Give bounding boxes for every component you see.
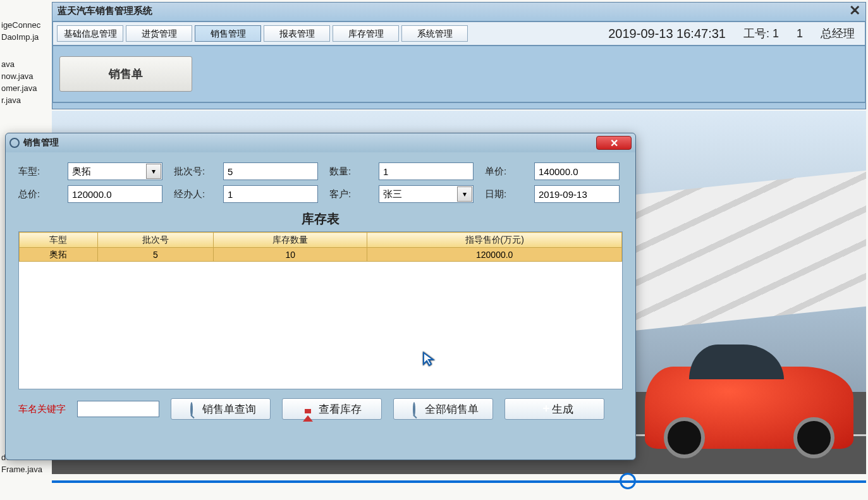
dialog-title-text: 销售管理 — [23, 137, 59, 149]
tab-system[interactable]: 系统管理 — [401, 25, 468, 42]
cell-price: 120000.0 — [367, 248, 622, 262]
timeline-slider-thumb[interactable] — [620, 473, 636, 489]
query-button-label: 销售单查询 — [202, 402, 256, 417]
inventory-table[interactable]: 车型 批次号 库存数量 指导售价(万元) 奥拓 5 10 120000.0 — [18, 231, 623, 389]
tab-report[interactable]: 报表管理 — [264, 25, 330, 42]
label-date: 日期: — [485, 188, 523, 200]
label-batch: 批次号: — [174, 166, 212, 178]
inventory-table-title: 库存表 — [6, 210, 635, 228]
employee-extra: 1 — [797, 27, 803, 40]
label-total: 总价: — [18, 188, 56, 200]
cell-batch: 5 — [97, 248, 213, 262]
file-item[interactable]: now.java — [0, 70, 51, 82]
gear-icon — [9, 138, 20, 148]
search-icon — [413, 402, 415, 417]
sales-dialog: 销售管理 ✕ 车型: ▾ 批次号: 数量: 单价: 总价: 经办人: 客户: ▾ — [5, 133, 636, 460]
label-handler: 经办人: — [174, 188, 212, 200]
view-stock-button[interactable]: 查看库存 — [282, 398, 382, 420]
tab-sales[interactable]: 销售管理 — [195, 25, 261, 42]
file-item[interactable]: r.java — [0, 94, 51, 106]
table-header-row: 车型 批次号 库存数量 指导售价(万元) — [20, 233, 622, 248]
col-batch[interactable]: 批次号 — [97, 233, 213, 248]
label-qty: 数量: — [329, 166, 367, 178]
dialog-titlebar[interactable]: 销售管理 ✕ — [6, 133, 635, 152]
all-orders-label: 全部销售单 — [425, 402, 479, 417]
date-input[interactable] — [534, 185, 620, 203]
employee-id-label: 工号: 1 — [743, 26, 779, 41]
label-price: 单价: — [485, 166, 523, 178]
batch-input[interactable] — [223, 162, 318, 180]
search-icon — [190, 402, 193, 417]
mouse-cursor — [422, 351, 436, 367]
app-title: 蓝天汽车销售管理系统 — [58, 3, 152, 19]
model-select[interactable] — [68, 162, 162, 180]
tab-basic-info[interactable]: 基础信息管理 — [57, 25, 123, 42]
file-item[interactable]: Frame.java — [0, 463, 51, 475]
tab-purchase[interactable]: 进货管理 — [126, 25, 192, 42]
cell-model: 奥拓 — [20, 248, 98, 262]
dialog-button-row: 车名关键字 销售单查询 查看库存 全部销售单 生成 — [6, 389, 635, 429]
col-model[interactable]: 车型 — [20, 233, 98, 248]
main-titlebar[interactable]: 蓝天汽车销售管理系统 ✕ — [52, 3, 865, 19]
query-sales-button[interactable]: 销售单查询 — [171, 398, 271, 420]
table-row[interactable]: 奥拓 5 10 120000.0 — [20, 248, 622, 262]
home-icon — [303, 403, 313, 422]
role-label: 总经理 — [821, 26, 855, 41]
file-item[interactable]: omer.java — [0, 82, 51, 94]
price-input[interactable] — [534, 162, 620, 180]
keyword-input[interactable] — [77, 401, 159, 417]
label-model: 车型: — [18, 166, 56, 178]
col-qty[interactable]: 库存数量 — [214, 233, 367, 248]
label-customer: 客户: — [329, 188, 367, 200]
keyword-label: 车名关键字 — [18, 403, 66, 415]
qty-input[interactable] — [379, 162, 474, 180]
datetime-label: 2019-09-13 16:47:31 — [608, 27, 726, 41]
file-item[interactable]: igeConnec — [0, 19, 51, 31]
close-icon[interactable]: ✕ — [849, 3, 860, 19]
dialog-close-button[interactable]: ✕ — [596, 136, 632, 150]
file-item[interactable]: ava — [0, 58, 51, 70]
total-input[interactable] — [68, 185, 162, 203]
table-empty-area — [19, 262, 622, 388]
car-image — [645, 367, 853, 449]
all-orders-button[interactable]: 全部销售单 — [393, 398, 493, 420]
generate-label: 生成 — [552, 402, 573, 417]
tab-inventory[interactable]: 库存管理 — [333, 25, 399, 42]
cell-qty: 10 — [214, 248, 367, 262]
generate-button[interactable]: 生成 — [504, 398, 604, 420]
handler-input[interactable] — [223, 185, 318, 203]
sub-toolbar: 销售单 — [52, 46, 866, 103]
menu-bar: 基础信息管理 进货管理 销售管理 报表管理 库存管理 系统管理 2019-09-… — [52, 21, 866, 46]
customer-select[interactable] — [379, 185, 474, 203]
timeline-slider-track[interactable] — [52, 480, 866, 483]
file-item[interactable]: DaoImp.ja — [0, 31, 51, 43]
view-stock-label: 查看库存 — [319, 402, 362, 417]
col-price[interactable]: 指导售价(万元) — [367, 233, 622, 248]
form-grid: 车型: ▾ 批次号: 数量: 单价: 总价: 经办人: 客户: ▾ 日期: — [6, 152, 635, 205]
sales-order-button[interactable]: 销售单 — [59, 56, 192, 92]
